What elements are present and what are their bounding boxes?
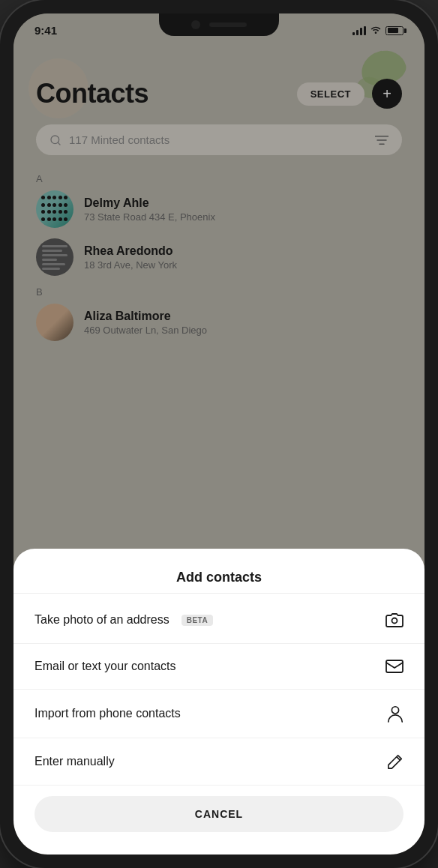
import-contacts-label: Import from phone contacts (34, 707, 181, 720)
person-icon (387, 705, 404, 723)
svg-point-4 (392, 618, 398, 624)
sheet-divider (14, 593, 424, 594)
import-contacts-item[interactable]: Import from phone contacts (14, 690, 424, 738)
phone-screen: 9:41 (14, 13, 424, 855)
sheet-item-left: Import from phone contacts (34, 707, 181, 720)
cancel-button-container: CANCEL (14, 786, 424, 840)
sheet-item-left: Take photo of an address BETA (34, 613, 213, 627)
email-text-label: Email or text your contacts (34, 660, 176, 673)
svg-rect-5 (386, 660, 403, 672)
cancel-button[interactable]: CANCEL (34, 796, 404, 832)
sheet-item-left: Enter manually (34, 755, 115, 768)
bottom-sheet-title: Add contacts (14, 570, 424, 585)
camera-icon (386, 612, 404, 628)
email-text-item[interactable]: Email or text your contacts (14, 644, 424, 690)
take-photo-label: Take photo of an address (34, 613, 170, 627)
bottom-sheet: Add contacts Take photo of an address BE… (14, 549, 424, 855)
enter-manually-item[interactable]: Enter manually (14, 738, 424, 786)
beta-badge: BETA (182, 615, 213, 626)
enter-manually-label: Enter manually (34, 755, 115, 768)
sheet-item-left: Email or text your contacts (34, 660, 176, 673)
svg-point-6 (392, 707, 398, 714)
mail-icon (386, 659, 404, 674)
phone-frame: 9:41 (0, 0, 438, 868)
take-photo-item[interactable]: Take photo of an address BETA (14, 597, 424, 644)
pencil-icon (387, 753, 404, 770)
